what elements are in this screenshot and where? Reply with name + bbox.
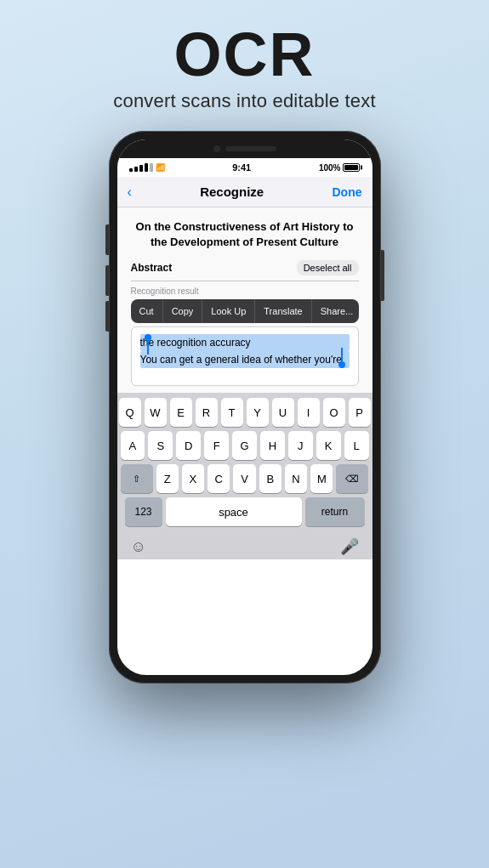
key-h[interactable]: H — [260, 431, 285, 460]
num-key[interactable]: 123 — [125, 497, 162, 526]
bottom-bar: ☺ 🎤 — [117, 534, 372, 559]
shift-key[interactable]: ⇧ — [121, 464, 153, 493]
key-g[interactable]: G — [232, 431, 257, 460]
page-subtitle: convert scans into editable text — [0, 90, 489, 112]
context-translate[interactable]: Translate — [255, 299, 311, 323]
keyboard-row-4: 123 space return — [121, 497, 369, 526]
status-left: 📶 — [129, 163, 165, 172]
context-menu: Cut Copy Look Up Translate Share... — [131, 299, 359, 323]
context-cut[interactable]: Cut — [131, 299, 163, 323]
divider — [131, 281, 359, 281]
key-d[interactable]: D — [176, 431, 201, 460]
speaker-bar — [225, 146, 276, 151]
abstract-label: Abstract — [131, 262, 173, 274]
emoji-icon[interactable]: ☺ — [131, 538, 146, 556]
status-right: 100% — [319, 163, 361, 173]
key-c[interactable]: C — [208, 464, 230, 493]
cursor-start — [147, 341, 149, 355]
nav-bar: ‹ Recognize Done — [117, 177, 372, 207]
key-s[interactable]: S — [148, 431, 173, 460]
context-share[interactable]: Share... — [312, 299, 359, 323]
return-key[interactable]: return — [305, 497, 365, 526]
text-selection-area[interactable]: the recognition accuracy You can get a g… — [131, 326, 359, 386]
signal-icon — [129, 163, 153, 172]
key-v[interactable]: V — [233, 464, 255, 493]
key-q[interactable]: Q — [119, 398, 141, 427]
delete-key[interactable]: ⌫ — [336, 464, 368, 493]
key-t[interactable]: T — [221, 398, 243, 427]
keyboard: Q W E R T Y U I O P A S — [117, 393, 372, 559]
battery-percent: 100% — [319, 163, 341, 173]
mic-icon[interactable]: 🎤 — [340, 537, 359, 556]
key-k[interactable]: K — [316, 431, 341, 460]
article-title: On the Constructiveness of Art History t… — [131, 219, 359, 250]
back-button[interactable]: ‹ — [128, 184, 132, 200]
delete-icon: ⌫ — [345, 474, 359, 485]
context-copy[interactable]: Copy — [163, 299, 203, 323]
status-time: 9:41 — [232, 162, 251, 173]
battery-icon — [343, 163, 360, 172]
back-chevron: ‹ — [128, 184, 132, 200]
cursor-end — [341, 348, 343, 361]
done-button[interactable]: Done — [333, 185, 362, 199]
deselect-all-button[interactable]: Deselect all — [297, 260, 359, 275]
phone-mockup: 📶 9:41 100% ‹ Recognize Done — [109, 131, 381, 684]
context-lookup[interactable]: Look Up — [202, 299, 255, 323]
keyboard-row-3: ⇧ Z X C V B N M ⌫ — [121, 464, 369, 493]
key-y[interactable]: Y — [247, 398, 269, 427]
key-b[interactable]: B — [259, 464, 281, 493]
key-o[interactable]: O — [323, 398, 345, 427]
camera-dot — [213, 145, 220, 152]
content-area: On the Constructiveness of Art History t… — [117, 207, 372, 393]
space-key[interactable]: space — [166, 497, 302, 526]
key-u[interactable]: U — [272, 398, 294, 427]
abstract-row: Abstract Deselect all — [131, 260, 359, 275]
key-m[interactable]: M — [310, 464, 333, 493]
keyboard-row-2: A S D F G H J K L — [121, 431, 369, 460]
key-j[interactable]: J — [288, 431, 313, 460]
key-x[interactable]: X — [182, 464, 204, 493]
selected-text-line1: the recognition accuracy — [140, 334, 350, 351]
keyboard-row-1: Q W E R T Y U I O P — [121, 398, 369, 427]
page-title: OCR — [0, 24, 489, 85]
key-i[interactable]: I — [298, 398, 320, 427]
key-z[interactable]: Z — [156, 464, 179, 493]
recognition-label: Recognition result — [131, 286, 359, 296]
key-w[interactable]: W — [145, 398, 167, 427]
nav-title: Recognize — [200, 184, 264, 199]
selected-text-line2: You can get a general idea of whether yo… — [140, 351, 350, 368]
phone-notch — [117, 139, 372, 158]
wifi-icon: 📶 — [156, 163, 165, 172]
key-f[interactable]: F — [204, 431, 229, 460]
key-l[interactable]: L — [344, 431, 369, 460]
key-r[interactable]: R — [196, 398, 218, 427]
key-n[interactable]: N — [285, 464, 307, 493]
shift-icon: ⇧ — [133, 474, 140, 485]
status-bar: 📶 9:41 100% — [117, 158, 372, 177]
key-a[interactable]: A — [121, 431, 145, 460]
key-e[interactable]: E — [170, 398, 192, 427]
key-p[interactable]: P — [349, 398, 371, 427]
